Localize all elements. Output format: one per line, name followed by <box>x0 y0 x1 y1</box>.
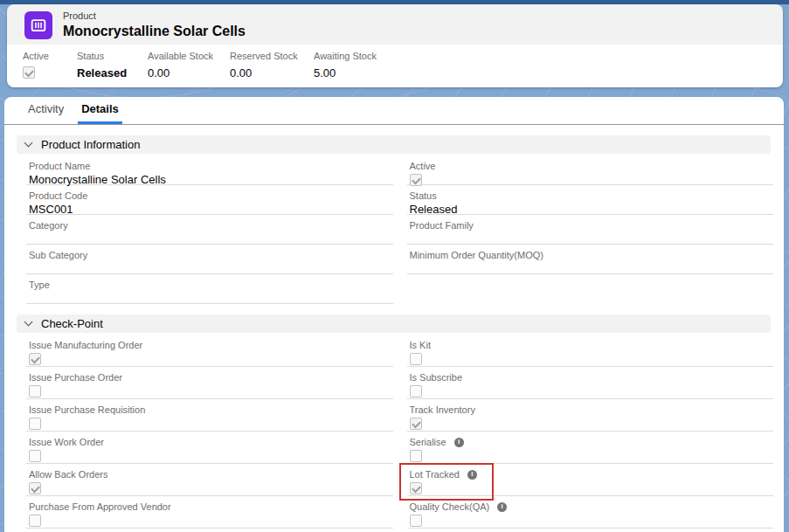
field-product-name: Product NameMonocrystalline Solar Cells <box>26 155 393 185</box>
field-type: Type <box>26 274 393 304</box>
issue-purchase-order-checkbox[interactable] <box>29 385 41 397</box>
section-fields: Issue Manufacturing OrderIssue Purchase … <box>4 333 784 529</box>
highlight-value: 5.00 <box>314 66 377 79</box>
issue-work-order-checkbox[interactable] <box>29 450 41 462</box>
field-track-inventory: Track Inventory <box>407 399 774 432</box>
field-label-text: Purchase From Approved Vendor <box>29 501 171 512</box>
section-title: Check-Point <box>41 317 103 330</box>
field-issue-purchase-requisition: Issue Purchase Requisition <box>26 399 393 432</box>
field-label: Issue Manufacturing Order <box>29 340 391 350</box>
section-check-point: Check-Point Issue Manufacturing OrderIss… <box>4 314 784 529</box>
field-label: Issue Purchase Order <box>29 372 391 383</box>
tab-activity[interactable]: Activity <box>26 102 66 124</box>
serialise-checkbox[interactable] <box>410 450 422 462</box>
is-subscribe-checkbox[interactable] <box>410 385 422 397</box>
fields-right-column: Is KitIs SubscribeTrack InventorySeriali… <box>407 335 774 529</box>
purchase-from-approved-vendor-checkbox[interactable] <box>29 515 41 527</box>
field-quality-check-qa: Quality Check(QA) <box>407 496 774 529</box>
highlight-label: Active <box>23 51 77 61</box>
field-status: StatusReleased <box>407 185 774 215</box>
fields-left-column: Issue Manufacturing OrderIssue Purchase … <box>26 335 393 529</box>
field-value: MSC001 <box>29 203 391 216</box>
info-icon[interactable] <box>454 438 464 447</box>
fields-right-column: ActiveStatusReleasedProduct FamilyMinimu… <box>407 155 774 304</box>
highlight-field-reserved-stock: Reserved Stock 0.00 <box>230 51 314 79</box>
field-label: Active <box>410 161 772 171</box>
highlight-label: Awaiting Stock <box>314 51 377 61</box>
highlight-label: Available Stock <box>148 51 230 61</box>
highlight-field-active: Active <box>23 51 77 79</box>
record-highlights-panel: Product Monocrystalline Solar Cells Acti… <box>7 4 783 87</box>
highlight-field-awaiting-stock: Awaiting Stock 5.00 <box>314 51 377 79</box>
field-value: Released <box>410 203 772 216</box>
field-issue-manufacturing-order: Issue Manufacturing Order <box>26 335 393 367</box>
field-label: Is Subscribe <box>410 372 772 383</box>
field-label-text: Issue Purchase Order <box>29 372 122 383</box>
allow-back-orders-checkbox[interactable] <box>29 482 41 494</box>
field-label-text: Issue Manufacturing Order <box>29 340 142 350</box>
info-icon[interactable] <box>497 502 507 512</box>
field-label-text: Track Inventory <box>410 404 475 415</box>
field-issue-work-order: Issue Work Order <box>26 432 393 464</box>
field-label-text: Minimum Order Quantity(MOQ) <box>410 250 543 260</box>
field-label-text: Product Family <box>410 220 474 231</box>
field-label-text: Category <box>29 220 68 231</box>
field-label: Purchase From Approved Vendor <box>29 501 391 512</box>
tab-details[interactable]: Details <box>78 102 122 124</box>
field-label-text: Serialise <box>410 437 446 447</box>
highlights-fields-row: Active Status Released Available Stock 0… <box>7 45 783 87</box>
record-type-label: Product <box>63 10 246 22</box>
chevron-down-icon <box>24 139 33 148</box>
lot-tracked-checkbox[interactable] <box>410 482 422 494</box>
active-checkbox[interactable] <box>410 174 422 186</box>
record-title-band: Product Monocrystalline Solar Cells <box>7 4 783 45</box>
section-header-check-point[interactable]: Check-Point <box>17 314 771 333</box>
field-label-text: Issue Work Order <box>29 437 104 447</box>
field-is-kit: Is Kit <box>407 335 774 367</box>
field-product-code: Product CodeMSC001 <box>26 185 393 215</box>
field-label-text: Is Subscribe <box>410 372 463 383</box>
section-title: Product Information <box>41 138 140 151</box>
field-sub-category: Sub Category <box>26 245 393 274</box>
field-label: Minimum Order Quantity(MOQ) <box>410 250 772 260</box>
is-kit-checkbox[interactable] <box>410 353 422 365</box>
highlight-value: Released <box>77 66 148 79</box>
field-label: Product Family <box>410 220 772 231</box>
field-allow-back-orders: Allow Back Orders <box>26 464 393 496</box>
highlight-label: Reserved Stock <box>230 51 314 61</box>
highlight-value: 0.00 <box>148 66 230 79</box>
field-label: Quality Check(QA) <box>410 501 772 512</box>
field-value: Monocrystalline Solar Cells <box>29 173 391 186</box>
field-label: Serialise <box>410 437 772 447</box>
field-label-text: Is Kit <box>410 340 431 350</box>
quality-check-qa-checkbox[interactable] <box>410 515 422 527</box>
field-label: Product Code <box>29 190 391 201</box>
track-inventory-checkbox[interactable] <box>410 418 422 430</box>
field-product-family: Product Family <box>407 215 774 245</box>
section-header-product-information[interactable]: Product Information <box>17 135 771 154</box>
chevron-down-icon <box>24 318 33 327</box>
field-label: Sub Category <box>29 250 391 260</box>
field-label: Lot Tracked <box>410 469 772 480</box>
section-product-information: Product Information Product NameMonocrys… <box>4 135 784 304</box>
field-lot-tracked: Lot Tracked <box>407 464 774 496</box>
field-label-text: Active <box>410 161 436 171</box>
field-label-text: Status <box>410 190 437 201</box>
field-label: Issue Work Order <box>29 437 391 447</box>
highlight-value: 0.00 <box>230 66 314 79</box>
field-label: Issue Purchase Requisition <box>29 404 391 415</box>
field-label-text: Quality Check(QA) <box>410 501 490 512</box>
field-label-text: Product Code <box>29 190 87 201</box>
field-label-text: Lot Tracked <box>410 469 460 480</box>
issue-purchase-requisition-checkbox[interactable] <box>29 418 41 430</box>
field-label: Track Inventory <box>410 404 772 415</box>
field-purchase-from-approved-vendor: Purchase From Approved Vendor <box>26 496 393 529</box>
issue-manufacturing-order-checkbox[interactable] <box>29 353 41 365</box>
highlight-field-available-stock: Available Stock 0.00 <box>148 51 230 79</box>
record-title-block: Product Monocrystalline Solar Cells <box>63 10 246 39</box>
field-is-subscribe: Is Subscribe <box>407 367 774 399</box>
highlight-label: Status <box>77 51 148 61</box>
salesforce-product-record-page: { "colors": { "accent_blue": "#2b7de9", … <box>0 0 789 532</box>
info-icon[interactable] <box>467 470 477 480</box>
section-fields: Product NameMonocrystalline Solar CellsP… <box>4 154 784 304</box>
